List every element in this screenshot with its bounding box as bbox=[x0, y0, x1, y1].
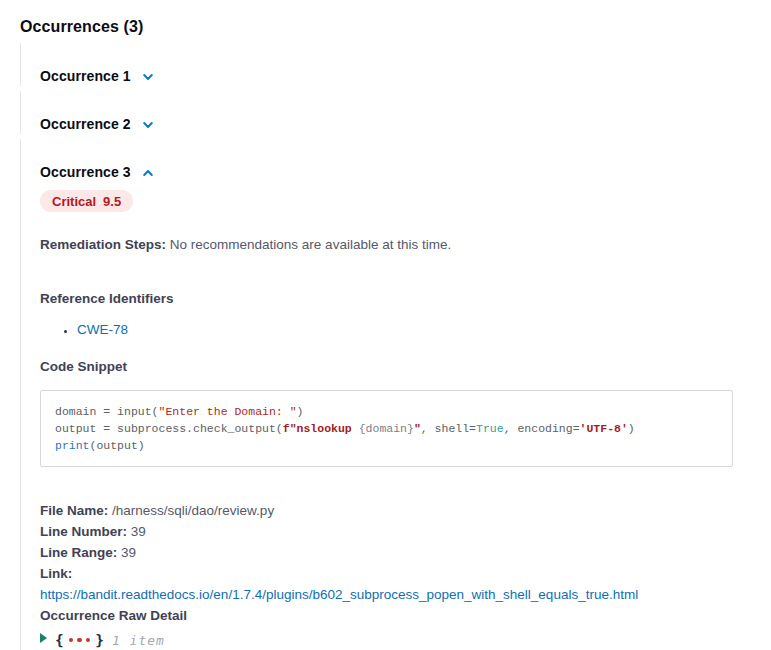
occurrence-metadata: File Name: /harness/sqli/dao/review.py L… bbox=[40, 500, 751, 626]
raw-detail-heading: Occurrence Raw Detail bbox=[40, 605, 751, 626]
occurrences-panel: Occurrences (3) Occurrence 1 Occurrence … bbox=[0, 0, 771, 650]
chevron-down-icon[interactable] bbox=[141, 118, 155, 132]
occurrence-section-3: Occurrence 3 Critical 9.5 Remediation St… bbox=[20, 139, 751, 650]
severity-score: 9.5 bbox=[103, 194, 121, 209]
occurrence-section-1: Occurrence 1 bbox=[20, 43, 751, 86]
line-range-label: Line Range: bbox=[40, 545, 117, 560]
chevron-up-icon[interactable] bbox=[141, 166, 155, 180]
occurrence-3-label: Occurrence 3 bbox=[40, 163, 131, 182]
close-brace: } bbox=[95, 632, 104, 648]
remediation-text: No recommendations are available at this… bbox=[170, 237, 451, 252]
remediation-steps: Remediation Steps: No recommendations ar… bbox=[40, 235, 751, 254]
ellipsis-dots-icon bbox=[69, 638, 91, 643]
open-brace: { bbox=[55, 632, 64, 648]
code-snippet-heading: Code Snippet bbox=[40, 358, 751, 376]
occurrence-2-toggle[interactable]: Occurrence 2 bbox=[40, 115, 751, 134]
link-label: Link: bbox=[40, 566, 72, 581]
occurrence-1-toggle[interactable]: Occurrence 1 bbox=[40, 67, 751, 86]
remediation-label: Remediation Steps: bbox=[40, 237, 166, 252]
collapsed-object-toggle[interactable]: { } bbox=[55, 632, 104, 648]
reference-list-item: CWE-78 bbox=[77, 321, 751, 339]
cwe-link[interactable]: CWE-78 bbox=[77, 322, 128, 337]
chevron-down-icon[interactable] bbox=[141, 70, 155, 84]
line-range-row: Line Range: 39 bbox=[40, 542, 751, 563]
link-url-row: https://bandit.readthedocs.io/en/1.7.4/p… bbox=[40, 584, 751, 605]
line-range-value: 39 bbox=[121, 545, 136, 560]
file-name-row: File Name: /harness/sqli/dao/review.py bbox=[40, 500, 751, 521]
severity-badge: Critical 9.5 bbox=[40, 190, 133, 212]
severity-label: Critical bbox=[52, 194, 96, 209]
bandit-doc-link[interactable]: https://bandit.readthedocs.io/en/1.7.4/p… bbox=[40, 587, 638, 602]
file-name-value: /harness/sqli/dao/review.py bbox=[112, 503, 274, 518]
page-title: Occurrences (3) bbox=[20, 17, 751, 36]
occurrence-section-2: Occurrence 2 bbox=[20, 91, 751, 134]
reference-list: CWE-78 bbox=[77, 321, 751, 339]
triangle-right-icon[interactable] bbox=[40, 633, 47, 643]
occurrence-1-label: Occurrence 1 bbox=[40, 67, 131, 86]
link-row: Link: bbox=[40, 563, 751, 584]
file-name-label: File Name: bbox=[40, 503, 108, 518]
reference-identifiers-heading: Reference Identifiers bbox=[40, 290, 751, 308]
line-number-value: 39 bbox=[131, 524, 146, 539]
line-number-label: Line Number: bbox=[40, 524, 127, 539]
occurrence-2-label: Occurrence 2 bbox=[40, 115, 131, 134]
raw-detail-json-tree: { } 1 item bbox=[40, 632, 751, 648]
line-number-row: Line Number: 39 bbox=[40, 521, 751, 542]
code-snippet: domain = input("Enter the Domain: ")outp… bbox=[40, 390, 733, 467]
item-count: 1 item bbox=[112, 633, 165, 648]
occurrence-3-toggle[interactable]: Occurrence 3 bbox=[40, 163, 751, 182]
